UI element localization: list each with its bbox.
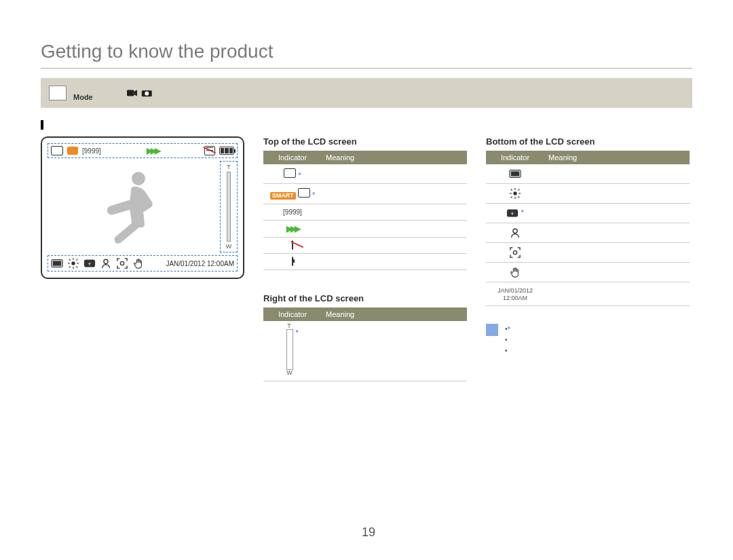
svg-line-12: [76, 266, 77, 267]
table-row: + *: [486, 204, 690, 223]
star-marker: *: [298, 171, 301, 179]
display-icon: [509, 168, 521, 179]
table-row: [486, 164, 690, 184]
zoom-t-label: T: [227, 164, 231, 170]
mode-icon: [298, 188, 310, 198]
svg-marker-1: [134, 90, 137, 96]
focus-icon: [509, 247, 521, 258]
right-indicator-table: Indicator Meaning *: [263, 307, 467, 381]
light-icon: [67, 258, 79, 269]
meaning-cell: [544, 243, 690, 263]
header-indicator: Indicator: [486, 151, 544, 164]
table-row: [486, 184, 690, 204]
svg-line-14: [69, 266, 71, 267]
anti-shake-icon: [132, 258, 145, 269]
svg-point-17: [104, 259, 108, 263]
lcd-preview-column: [9999] ▶▶▶ T W: [41, 136, 244, 279]
video-camera-icon: [127, 88, 139, 98]
bottom-indicator-table: Indicator Meaning + * JAN/01/2012 12:00A…: [486, 151, 690, 306]
meaning-cell: [544, 204, 690, 223]
mode-banner: Mode: [41, 78, 692, 108]
svg-point-3: [145, 92, 149, 96]
face-icon: [509, 227, 521, 238]
svg-line-26: [511, 189, 512, 191]
ev-icon: +: [506, 208, 519, 219]
star-marker: *: [508, 324, 510, 336]
meaning-cell: [322, 238, 467, 254]
svg-line-27: [518, 196, 519, 198]
table-row: JAN/01/2012 12:00AM: [486, 282, 690, 306]
table-row: ▶▶▶: [263, 221, 467, 238]
skateboarder-silhouette-icon: [48, 161, 217, 253]
title-rule: [41, 68, 692, 69]
light-icon: [509, 188, 521, 199]
star-marker: *: [312, 191, 315, 199]
table-row: *: [263, 164, 467, 184]
svg-line-13: [76, 259, 77, 261]
burst-icon: ▶▶▶: [147, 146, 159, 155]
counter-value: [9999]: [82, 147, 101, 155]
card-missing-icon: [204, 146, 215, 155]
meaning-cell: [544, 282, 690, 306]
star-marker: *: [521, 208, 523, 217]
meaning-cell: [322, 321, 467, 381]
battery-icon: [292, 257, 293, 266]
svg-point-6: [71, 261, 75, 265]
meaning-cell: [544, 263, 690, 282]
sd-card-icon: [51, 146, 63, 155]
mode-banner-mode-label: Mode: [73, 93, 93, 101]
zoom-w-label: W: [226, 243, 232, 250]
note-square-icon: [486, 324, 498, 336]
focus-icon: [116, 258, 128, 269]
meaning-cell: [322, 254, 467, 270]
meaning-cell: [322, 184, 467, 204]
svg-text:+: +: [511, 210, 514, 217]
mode-chip-icon: [67, 147, 78, 155]
right-table-title: Right of the LCD screen: [263, 293, 467, 303]
section-label: [41, 120, 692, 130]
note-block: • * • •: [486, 324, 690, 356]
header-indicator: Indicator: [263, 307, 322, 321]
meaning-cell: [544, 184, 690, 204]
lcd-bottom-callout: + JAN/01/2012 12:00AM: [48, 255, 238, 272]
svg-point-33: [513, 250, 516, 254]
svg-point-32: [513, 229, 517, 233]
display-icon: [51, 258, 63, 269]
meaning-cell: [322, 221, 467, 238]
header-indicator: Indicator: [263, 151, 322, 164]
page-number: 19: [358, 525, 375, 540]
burst-icon: ▶▶▶: [286, 224, 299, 234]
counter-icon: [9999]: [283, 208, 302, 216]
meaning-cell: [322, 204, 467, 221]
bottom-table-title: Bottom of the LCD screen: [486, 136, 690, 147]
svg-rect-20: [511, 171, 520, 176]
page-title: Getting to know the product: [41, 41, 692, 62]
header-meaning: Meaning: [544, 151, 690, 164]
svg-rect-0: [127, 90, 134, 96]
table-row: [486, 243, 690, 263]
lcd-right-callout: T W: [220, 161, 238, 253]
svg-rect-5: [53, 261, 62, 265]
table-row: [263, 254, 467, 270]
meaning-cell: [322, 164, 467, 184]
svg-line-29: [511, 196, 512, 198]
meaning-cell: [544, 223, 690, 243]
lcd-screen: [9999] ▶▶▶ T W: [41, 136, 244, 279]
svg-line-11: [69, 259, 71, 261]
face-icon: [100, 258, 112, 269]
svg-point-18: [120, 261, 124, 265]
header-meaning: Meaning: [322, 307, 467, 321]
top-table-title: Top of the LCD screen: [263, 136, 467, 147]
silhouette-image: [48, 161, 217, 253]
header-meaning: Meaning: [322, 151, 467, 164]
card-missing-icon: [292, 240, 293, 250]
svg-text:+: +: [88, 261, 91, 267]
battery-icon: [219, 147, 234, 155]
top-indicator-table: Indicator Meaning * SMART * [9999] ▶▶▶: [263, 151, 467, 270]
timestamp-value: JAN/01/2012 12:00AM: [166, 260, 234, 267]
table-row: [263, 238, 467, 254]
ev-icon: +: [83, 258, 96, 269]
lcd-top-callout: [9999] ▶▶▶: [48, 143, 238, 158]
table-row: SMART *: [263, 184, 467, 204]
photo-camera-icon: [141, 88, 153, 98]
